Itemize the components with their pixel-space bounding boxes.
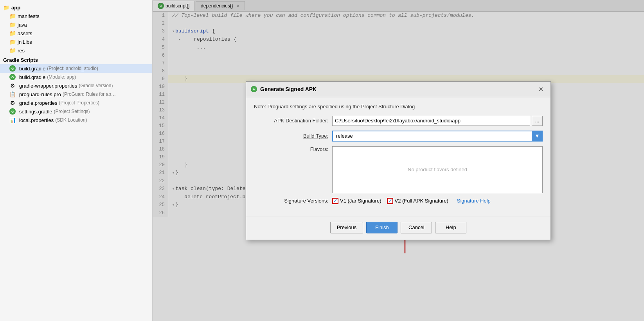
folder-icon: 📁 bbox=[9, 13, 16, 19]
sidebar-item-res[interactable]: 📁 res bbox=[0, 46, 152, 55]
apk-destination-row: APK Destination Folder: ... bbox=[254, 116, 543, 126]
sidebar-item-app[interactable]: 📁 app bbox=[0, 3, 152, 12]
signature-versions-row: Signature Versions: V1 (Jar Signature) V… bbox=[254, 198, 543, 204]
folder-icon: 📁 bbox=[9, 22, 16, 28]
build-type-row: Build Type: release debug ▼ bbox=[254, 131, 543, 142]
signature-help-link[interactable]: Signature Help bbox=[457, 198, 491, 204]
v2-option: V2 (Full APK Signature) bbox=[387, 198, 448, 204]
dialog-close-button[interactable]: ✕ bbox=[536, 85, 546, 94]
sidebar: 📁 app 📁 manifests 📁 java 📁 assets 📁 jniL… bbox=[0, 0, 153, 321]
browse-button[interactable]: ... bbox=[532, 116, 543, 126]
build-type-select[interactable]: release debug bbox=[332, 131, 543, 142]
dialog-note: Note: Proguard settings are specified us… bbox=[254, 104, 543, 109]
signature-versions-label: Signature Versions: bbox=[254, 198, 332, 204]
sidebar-item-manifests[interactable]: 📁 manifests bbox=[0, 12, 152, 20]
build-type-label: Build Type: bbox=[254, 133, 332, 139]
gradle-green-icon: G bbox=[9, 65, 16, 72]
build-type-dropdown-container: release debug ▼ bbox=[332, 131, 543, 142]
folder-icon: 📁 bbox=[9, 39, 16, 45]
main-container: 📁 app 📁 manifests 📁 java 📁 assets 📁 jniL… bbox=[0, 0, 644, 321]
generate-signed-apk-dialog: A Generate Signed APK ✕ Note: Proguard s… bbox=[246, 81, 551, 240]
editor-area: G buildscript{} dependencies{} ✕ 1 // To… bbox=[153, 0, 644, 321]
sidebar-item-gradle-properties[interactable]: ⚙ gradle.properties (Project Properties) bbox=[0, 99, 152, 107]
sidebar-item-local-properties[interactable]: 📊 local.properties (SDK Location) bbox=[0, 116, 152, 124]
previous-button[interactable]: Previous bbox=[330, 222, 363, 233]
sidebar-item-gradle-wrapper[interactable]: ⚙ gradle-wrapper.properties (Gradle Vers… bbox=[0, 81, 152, 90]
gradle-green-icon-2: G bbox=[9, 74, 16, 80]
dialog-titlebar: A Generate Signed APK ✕ bbox=[246, 82, 550, 97]
sidebar-item-java[interactable]: 📁 java bbox=[0, 20, 152, 29]
cancel-button[interactable]: Cancel bbox=[401, 222, 432, 233]
dialog-icon: A bbox=[251, 86, 257, 92]
flavors-box: No product flavors defined bbox=[332, 146, 543, 193]
flavors-label: Flavors: bbox=[254, 146, 332, 152]
gradle-green-icon-3: G bbox=[9, 108, 16, 115]
sidebar-item-build-gradle-project[interactable]: G build.gradle (Project: android_studio) bbox=[0, 64, 152, 73]
dialog-title: A Generate Signed APK bbox=[251, 86, 317, 92]
sidebar-item-proguard[interactable]: 📋 proguard-rules.pro (ProGuard Rules for… bbox=[0, 90, 152, 99]
apk-dest-label: APK Destination Folder: bbox=[254, 118, 332, 124]
sidebar-item-settings-gradle[interactable]: G settings.gradle (Project Settings) bbox=[0, 107, 152, 116]
finish-button[interactable]: Finish bbox=[366, 222, 398, 233]
v2-checkbox[interactable] bbox=[387, 198, 393, 204]
folder-icon: 📁 bbox=[9, 30, 16, 36]
sidebar-item-jnilibs[interactable]: 📁 jniLibs bbox=[0, 38, 152, 46]
sidebar-item-build-gradle-module[interactable]: G build.gradle (Module: app) bbox=[0, 73, 152, 81]
sidebar-item-assets[interactable]: 📁 assets bbox=[0, 29, 152, 38]
app-icon: 📁 bbox=[3, 4, 9, 11]
sidebar-section-gradle[interactable]: Gradle Scripts bbox=[0, 55, 152, 64]
apk-dest-input[interactable] bbox=[332, 116, 530, 126]
modal-overlay: A Generate Signed APK ✕ Note: Proguard s… bbox=[153, 0, 644, 321]
dialog-body: Note: Proguard settings are specified us… bbox=[246, 97, 550, 217]
folder-icon: 📁 bbox=[9, 47, 16, 54]
local-props-icon: 📊 bbox=[9, 117, 16, 123]
v1-option: V1 (Jar Signature) bbox=[332, 198, 381, 204]
proguard-icon: 📋 bbox=[9, 91, 16, 97]
flavors-row: Flavors: No product flavors defined bbox=[254, 146, 543, 193]
dialog-footer: Previous Finish Cancel Help bbox=[246, 217, 550, 240]
gradle-props-icon-2: ⚙ bbox=[9, 100, 16, 106]
gradle-props-icon: ⚙ bbox=[9, 82, 16, 89]
v1-checkbox[interactable] bbox=[332, 198, 338, 204]
help-button[interactable]: Help bbox=[435, 222, 466, 233]
